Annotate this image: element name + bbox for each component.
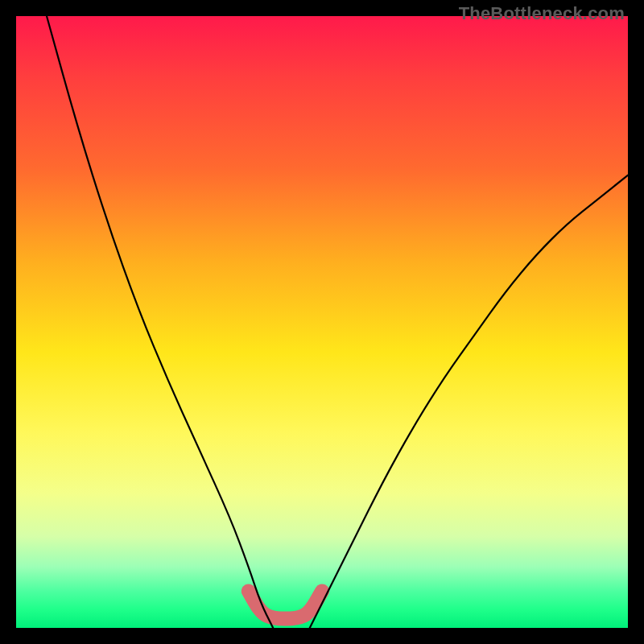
chart-frame: TheBottleneck.com	[0, 0, 644, 644]
curve-layer	[16, 16, 628, 628]
left-curve	[47, 16, 273, 628]
trough-highlight	[249, 591, 322, 618]
right-curve	[310, 175, 628, 628]
watermark-text: TheBottleneck.com	[459, 3, 625, 24]
plot-area	[16, 16, 628, 628]
